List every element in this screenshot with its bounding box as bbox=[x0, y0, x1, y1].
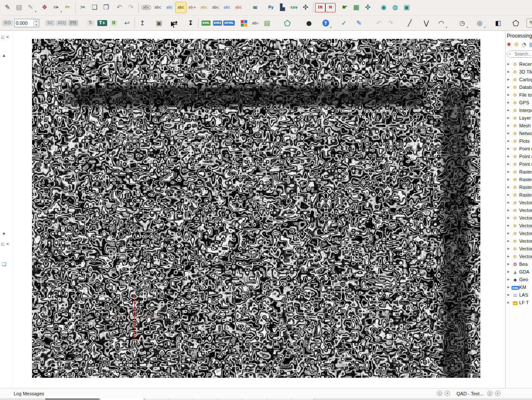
html-badge[interactable]: HTML bbox=[223, 18, 235, 29]
capture-image-icon[interactable]: ▣ bbox=[153, 18, 165, 29]
chevron-right-icon[interactable]: ▶ bbox=[506, 170, 512, 174]
label-abc-gold-icon[interactable]: abc bbox=[198, 2, 210, 13]
kmz-badge[interactable]: KMZ bbox=[212, 18, 223, 29]
label-rotate-icon[interactable]: abc bbox=[221, 2, 233, 13]
tree-item-3d-tiles[interactable]: ▶⚙3D Tiles bbox=[506, 68, 532, 76]
tree-item-vector-creation[interactable]: ▶⚙Vector creation bbox=[506, 206, 532, 214]
tree-item-vector-selection[interactable]: ▶⚙Vector selection bbox=[506, 237, 532, 245]
processing-history-icon[interactable]: ◔ bbox=[522, 41, 526, 47]
sphere-icon[interactable]: ● bbox=[303, 18, 315, 29]
tree-item-gda[interactable]: ▶▲GDA bbox=[506, 268, 532, 276]
python-console-icon[interactable]: Py bbox=[265, 2, 277, 13]
spin-up-button[interactable]: ▲ bbox=[34, 19, 39, 23]
panel-close-icon[interactable]: ✕ bbox=[6, 35, 9, 39]
log-panel-close-icon[interactable]: ✕ bbox=[444, 391, 450, 396]
chevron-right-icon[interactable]: ▶ bbox=[506, 155, 512, 158]
droplet-teal-icon[interactable]: ◉ bbox=[378, 2, 389, 13]
drone-green-icon[interactable]: ✣ bbox=[362, 2, 374, 13]
tree-item-plots[interactable]: ▶⚙Plots bbox=[506, 137, 532, 145]
rotation-input[interactable] bbox=[15, 19, 33, 27]
tree-item-mesh[interactable]: ▶⚙Mesh bbox=[506, 122, 532, 129]
chevron-right-icon[interactable]: ▶ bbox=[506, 193, 512, 197]
cut-icon[interactable]: ✂ bbox=[77, 2, 89, 13]
rotation-spinbox[interactable]: ▲▼ bbox=[14, 19, 39, 27]
tree-item-point-cloud-extraction[interactable]: ▶⚙Point cloud extraction bbox=[506, 160, 532, 168]
chevron-right-icon[interactable]: ▶ bbox=[506, 224, 512, 227]
label-ab-add-icon[interactable]: ab+ bbox=[187, 2, 198, 13]
chevron-right-icon[interactable]: ▶ bbox=[506, 116, 512, 120]
raster-green-icon[interactable]: ▦ bbox=[351, 2, 362, 13]
chevron-right-icon[interactable]: ▶ bbox=[506, 93, 512, 97]
chevron-right-icon[interactable]: ▶ bbox=[506, 124, 512, 127]
tree-item-interpolation[interactable]: ▶⚙Interpolation bbox=[506, 106, 532, 114]
chevron-right-icon[interactable]: ▶ bbox=[506, 301, 512, 304]
log-panel-float-icon[interactable]: ◱ bbox=[437, 391, 442, 396]
qad-panel-float-icon[interactable]: ◱ bbox=[487, 391, 493, 396]
chevron-right-icon[interactable]: ▶ bbox=[506, 178, 512, 181]
ii-button[interactable]: II bbox=[108, 18, 120, 29]
redo-icon[interactable]: ↷ bbox=[125, 2, 137, 13]
spin-down-button[interactable]: ▼ bbox=[34, 23, 39, 27]
check-green-icon[interactable]: ✓ bbox=[338, 18, 350, 29]
tree-item-cartography[interactable]: ▶⚙Cartography bbox=[506, 76, 532, 83]
label-abc-pin-icon[interactable]: abc bbox=[152, 2, 164, 13]
label-search-icon[interactable]: ab⌕ bbox=[250, 18, 261, 29]
save-edits-icon[interactable]: ▤ bbox=[13, 2, 25, 13]
tree-item-raster-creation[interactable]: ▶⚙Raster creation bbox=[506, 176, 532, 183]
kml-badge[interactable]: KML bbox=[200, 18, 212, 29]
scroll-down-button[interactable]: ▼ bbox=[3, 232, 5, 236]
dropdown-arrow[interactable]: ▾ bbox=[330, 26, 331, 29]
map-canvas[interactable] bbox=[32, 39, 480, 378]
tree-item-file-tools[interactable]: ▶⚙File tools bbox=[506, 91, 532, 99]
chevron-right-icon[interactable]: ▶ bbox=[506, 70, 512, 74]
qad-panel-close-icon[interactable]: ✕ bbox=[495, 391, 500, 396]
in-badge-icon[interactable]: IN bbox=[315, 3, 325, 12]
copy-icon[interactable]: ❏ bbox=[89, 2, 100, 13]
layer-create-icon[interactable]: ❖ bbox=[39, 2, 50, 13]
pencil-blue-icon[interactable]: ✎ bbox=[353, 18, 365, 29]
measure-line-icon[interactable]: ╱ bbox=[404, 18, 415, 29]
hand-green-icon[interactable]: ☛ bbox=[339, 2, 351, 13]
dropdown-arrow[interactable]: ▾ bbox=[35, 10, 36, 13]
label-move-icon[interactable]: abc bbox=[210, 2, 221, 13]
chevron-right-icon[interactable]: ▶ bbox=[506, 255, 512, 258]
csv-icon[interactable]: csv bbox=[288, 2, 300, 13]
panel-float-icon[interactable]: ◱ bbox=[1, 35, 5, 39]
tree-item-layer-tools[interactable]: ▶⚙Layer tools bbox=[506, 114, 532, 122]
tree-item-point-cloud-data-management[interactable]: ▶⚙Point cloud data management bbox=[506, 153, 532, 160]
label-abc-highlight-icon[interactable]: abc bbox=[175, 2, 187, 13]
chevron-right-icon[interactable]: ▶ bbox=[506, 85, 512, 89]
processing-model-icon[interactable]: ⚙ bbox=[514, 41, 519, 47]
tree-item-recently-used[interactable]: ▶⚙Recently used bbox=[506, 60, 532, 68]
tree-item-raster-tools[interactable]: ▶⚙Raster tools bbox=[506, 191, 532, 199]
style-grid-icon[interactable] bbox=[238, 18, 250, 29]
tree-item-vector-general[interactable]: ▶⚙Vector general bbox=[506, 214, 532, 222]
osm-book-icon[interactable]: ▙ bbox=[277, 2, 288, 13]
chevron-right-icon[interactable]: ▶ bbox=[506, 78, 512, 81]
raise-export-icon[interactable]: ↥ bbox=[137, 18, 148, 29]
t-minus-button[interactable]: T- bbox=[85, 18, 96, 29]
chevron-right-icon[interactable]: ▶ bbox=[506, 293, 512, 297]
t-plus-button[interactable]: T+ bbox=[96, 18, 108, 29]
return-teal-icon[interactable]: ↩ bbox=[121, 18, 133, 29]
vertex-tool-icon[interactable]: ⋁ bbox=[421, 18, 432, 29]
label-options-icon[interactable]: ✑▾ bbox=[50, 2, 62, 13]
tree-item-km[interactable]: ▶KMLKM bbox=[506, 283, 532, 291]
pentagon-green-icon[interactable] bbox=[281, 18, 293, 29]
tree-item-vector-geometry[interactable]: ▶⚙Vector geometry bbox=[506, 222, 532, 229]
dropdown-arrow[interactable]: ▾ bbox=[446, 26, 447, 29]
tree-item-gps[interactable]: ▶⚙GPS bbox=[506, 99, 532, 106]
processing-results-icon[interactable]: ▤ bbox=[529, 41, 532, 47]
pencil-gold-icon[interactable]: ✏ bbox=[62, 2, 73, 13]
tree-item-vector-overlay[interactable]: ▶⚙Vector overlay bbox=[506, 229, 532, 237]
chevron-right-icon[interactable]: ▶ bbox=[506, 209, 512, 212]
tree-item-raster-terrain-analysis[interactable]: ▶⚙Raster terrain analysis bbox=[506, 183, 532, 191]
chevron-right-icon[interactable]: ▶ bbox=[506, 62, 512, 66]
bottom-active-tab[interactable] bbox=[101, 398, 143, 400]
tree-item-las[interactable]: ▶▤LAS bbox=[506, 291, 532, 299]
chevron-right-icon[interactable]: ▶ bbox=[506, 285, 512, 289]
save-download-icon[interactable]: ↧ bbox=[185, 18, 196, 29]
chevron-right-icon[interactable]: ▶ bbox=[506, 278, 512, 281]
arc-tool-icon[interactable]: ◠▾ bbox=[436, 18, 447, 29]
binoculars-icon[interactable]: ∞ bbox=[249, 2, 261, 13]
